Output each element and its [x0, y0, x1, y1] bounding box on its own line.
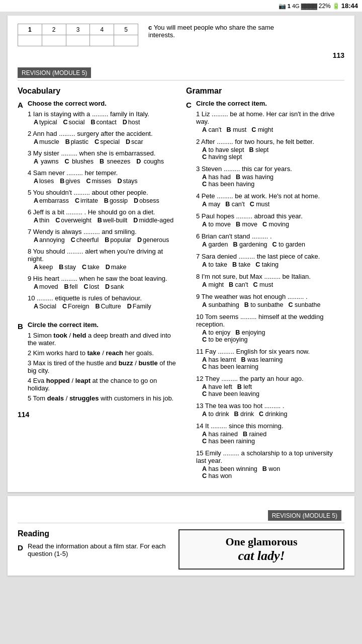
part-b-instruction-text: Circle the correct item. — [28, 321, 99, 329]
vocab-q9: 9 His heart ......... when he saw the bo… — [28, 275, 176, 290]
status-icons: 📷 1 4G ▓▓▓▓ 22% 🔋 18:44 — [279, 2, 358, 10]
vocab-b3: 3 Max is tired of the hustle and buzz / … — [28, 359, 176, 374]
grammar-q2: 2 After ......... for two hours, he felt… — [196, 138, 344, 160]
cat-lady-box: One glamorous cat lady! — [178, 529, 344, 570]
revision-label-bottom: REVISION — [272, 512, 301, 519]
part-a-instruction-text: Choose the correct word. — [28, 100, 107, 107]
grammar-q4: 4 Pete ......... be at work. He's not at… — [196, 192, 344, 208]
grammar-q12: 12 They ......... the party an hour ago.… — [196, 375, 344, 397]
page-113: 1 2 3 4 5 c You will meet people who sha… — [8, 16, 354, 492]
part-a-label: A — [18, 101, 23, 109]
part-b-content: Circle the correct item. 1 Simon took / … — [28, 321, 176, 402]
part-a-instruction: Choose the correct word. — [28, 100, 176, 107]
part-c-content: Circle the correct item. 1 Liz .........… — [196, 100, 344, 479]
grammar-q11: 11 Fay ......... English for six years n… — [196, 348, 344, 370]
cat-lady-line1: One glamorous — [225, 535, 297, 548]
vocab-q10: 10 ......... etiquette is rules of behav… — [28, 294, 176, 310]
battery-icon: 🔋 — [332, 3, 340, 10]
revision-module-bottom: (Module 5) — [303, 512, 337, 519]
vocabulary-section: Vocabulary A Choose the correct word. 1 … — [18, 87, 176, 484]
grid-cell-5: 5 — [114, 24, 138, 35]
part-a-content: Choose the correct word. 1 Ian is stayin… — [28, 100, 176, 310]
part-d-instruction: Read the information about a film star. … — [28, 542, 173, 557]
revision-header-bottom: REVISION (Module 5) — [18, 510, 344, 523]
vocabulary-title: Vocabulary — [18, 87, 176, 96]
revision-module-label: (Module 5) — [52, 69, 87, 76]
camera-icon: 📷 — [279, 3, 286, 10]
signal-icon: ▓▓▓▓ — [301, 3, 317, 9]
grammar-q10: 10 Tom seems ......... himself at the we… — [196, 313, 344, 343]
vocab-q1: 1 Ian is staying with a ......... family… — [28, 110, 176, 126]
network-icon: 4G — [292, 3, 300, 9]
vocab-b4: 4 Eva hopped / leapt at the chance to go… — [28, 377, 176, 392]
grid-cell-1: 1 — [18, 24, 42, 35]
vocab-q4: 4 Sam never ......... her temper. Aloses… — [28, 169, 176, 185]
grammar-q1: 1 Liz ......... be at home. Her car isn'… — [196, 110, 344, 133]
reading-title: Reading — [18, 529, 173, 538]
vocab-q7: 7 Wendy is always ......... and smiling.… — [28, 228, 176, 244]
grid-cell-a5 — [114, 35, 138, 46]
part-b-label: B — [18, 322, 23, 331]
main-content: Vocabulary A Choose the correct word. 1 … — [18, 87, 344, 484]
vocab-q5: 5 You shouldn't ......... about other pe… — [28, 189, 176, 204]
page-number-113: 113 — [18, 51, 344, 59]
vocab-b5: 5 Tom deals / struggles with customers i… — [28, 394, 176, 402]
grammar-title: Grammar — [186, 87, 344, 96]
part-c-instruction-text: Circle the correct item. — [196, 100, 267, 107]
part-a: A Choose the correct word. 1 Ian is stay… — [18, 100, 176, 314]
status-bar: 📷 1 4G ▓▓▓▓ 22% 🔋 18:44 — [0, 0, 362, 12]
grid-cell-3: 3 — [66, 24, 90, 35]
cat-lady-line2: cat lady! — [238, 548, 285, 563]
grammar-q5: 5 Paul hopes ......... abroad this year.… — [196, 212, 344, 228]
top-grid-area: 1 2 3 4 5 c You will meet people who sha… — [18, 24, 344, 46]
grammar-q14: 14 It ......... since this morning. A ha… — [196, 422, 344, 445]
revision-tag-bottom: REVISION (Module 5) — [268, 510, 341, 521]
vocab-b1: 1 Simon took / held a deep breath and di… — [28, 332, 176, 347]
sim-icon: 1 — [288, 3, 291, 9]
top-c-text: You will meet people who share the same … — [148, 24, 274, 39]
vocab-q6: 6 Jeff is a bit ......... . He should go… — [28, 208, 176, 224]
grid-cell-a3 — [66, 35, 90, 46]
part-b-instruction: Circle the correct item. — [28, 321, 176, 329]
vocab-q2: 2 Ann had ......... surgery after the ac… — [28, 130, 176, 145]
part-d-content: Read the information about a film star. … — [28, 542, 173, 557]
grammar-q8: 8 I'm not sure, but Max ......... be Ita… — [196, 273, 344, 288]
revision-tag: REVISION (Module 5) — [18, 67, 91, 78]
cat-lady-text: One glamorous cat lady! — [225, 535, 297, 564]
top-instruction-c: c You will meet people who share the sam… — [148, 24, 299, 39]
vocab-q3: 3 My sister ......... when she is embarr… — [28, 149, 176, 165]
grammar-q6: 6 Brian can't stand ......... . A garden… — [196, 232, 344, 248]
top-c-label: c — [148, 24, 152, 31]
part-c-instruction: Circle the correct item. — [196, 100, 344, 107]
part-d-label: D — [18, 543, 23, 552]
grammar-q13: 13 The tea was too hot ......... . A to … — [196, 402, 344, 418]
grid-cell-2: 2 — [42, 24, 66, 35]
battery-text: 22% — [319, 3, 331, 10]
grid-cell-a1 — [18, 35, 42, 46]
reading-section: Reading D Read the information about a f… — [18, 529, 178, 570]
page-number-114: 114 — [18, 411, 176, 419]
bottom-two-col: Reading D Read the information about a f… — [18, 529, 344, 570]
answer-grid: 1 2 3 4 5 — [18, 24, 138, 46]
time: 18:44 — [341, 2, 358, 10]
revision-header: REVISION (Module 5) — [18, 67, 344, 80]
vocab-b2: 2 Kim works hard to take / reach her goa… — [28, 349, 176, 357]
vocab-q1-options: Atypical Csocial Bcontact Dhost — [28, 119, 176, 126]
part-d-text: Read the information about a film star. … — [28, 542, 166, 557]
grid-cell-a2 — [42, 35, 66, 46]
revision-label: REVISION — [22, 69, 50, 76]
part-c-label: C — [186, 101, 192, 109]
grammar-q15: 15 Emily ......... a scholarship to a to… — [196, 449, 344, 479]
grammar-q9: 9 The weather was hot enough ......... .… — [196, 293, 344, 308]
part-b: B Circle the correct item. 1 Simon took … — [18, 321, 176, 405]
grammar-q7: 7 Sara denied ......... the last piece o… — [196, 253, 344, 268]
part-c: C Circle the correct item. 1 Liz .......… — [186, 100, 344, 484]
grid-cell-a4 — [90, 35, 114, 46]
part-d: D Read the information about a film star… — [18, 542, 173, 560]
vocab-q8: 8 You should ......... alert when you're… — [28, 248, 176, 271]
grid-cell-4: 4 — [90, 24, 114, 35]
page-bottom: REVISION (Module 5) Reading D Read the i… — [8, 496, 354, 576]
grammar-section: Grammar C Circle the correct item. 1 Liz… — [186, 87, 344, 484]
grammar-q3: 3 Steven ......... this car for years. A… — [196, 165, 344, 188]
